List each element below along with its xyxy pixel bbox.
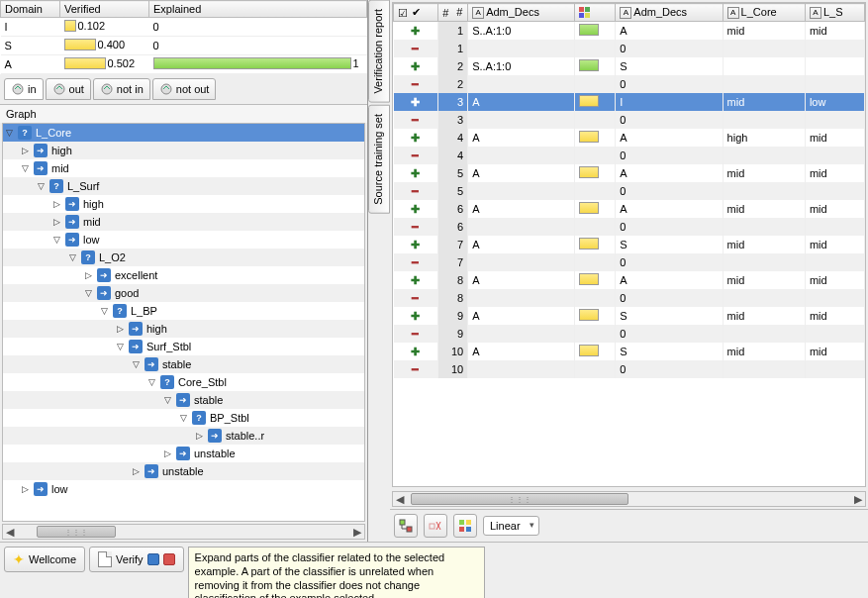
tree-toggle-icon[interactable]: ▷	[50, 216, 63, 229]
tree-toggle-icon[interactable]: ▷	[19, 483, 32, 496]
tree-node[interactable]: ▷➜excellent	[3, 266, 364, 284]
tree-node[interactable]: ▽?BP_Stbl	[3, 409, 364, 427]
red-square-icon[interactable]	[163, 553, 175, 565]
filter-tab-not-in[interactable]: not in	[93, 78, 150, 100]
tree-node[interactable]: ▽➜Surf_Stbl	[3, 338, 364, 355]
scale-combo[interactable]: Linear	[483, 516, 539, 536]
blue-square-icon[interactable]	[147, 553, 159, 565]
expand-icon[interactable]: ━	[394, 218, 438, 236]
expand-icon[interactable]: ✚	[394, 93, 438, 111]
table-row[interactable]: ✚ 5 A A mid mid	[394, 164, 865, 182]
data-hscroll[interactable]: ◀ ⋮⋮⋮ ▶	[392, 491, 866, 507]
tree-expand-button[interactable]	[394, 514, 418, 538]
tree-toggle-icon[interactable]: ▽	[130, 358, 143, 371]
tree-toggle-icon[interactable]: ▽	[3, 127, 16, 140]
tree-node[interactable]: ▽?Core_Stbl	[3, 373, 364, 391]
tree-node[interactable]: ▷➜low	[3, 480, 364, 498]
table-row[interactable]: ━ 1 0	[394, 40, 865, 57]
tree-toggle-icon[interactable]: ▷	[130, 465, 143, 478]
expand-icon[interactable]: ✚	[394, 164, 438, 182]
col-header[interactable]: AAdm_Decs	[468, 4, 575, 22]
expand-icon[interactable]: ✚	[394, 307, 438, 325]
expand-icon[interactable]: ✚	[394, 271, 438, 289]
expand-icon[interactable]: ✚	[394, 236, 438, 253]
tree-toggle-icon[interactable]: ▷	[193, 430, 206, 443]
col-header[interactable]: AAdm_Decs	[616, 4, 723, 22]
graph-tree[interactable]: ▽?L_Core▷➜high▽➜mid▽?L_Surf▷➜high▷➜mid▽➜…	[2, 123, 365, 522]
tree-toggle-icon[interactable]: ▽	[98, 305, 111, 318]
table-row[interactable]: ✚ 2 S..A:1:0 S	[394, 57, 865, 75]
expand-icon[interactable]: ━	[394, 40, 438, 57]
tree-toggle-icon[interactable]: ▷	[161, 448, 174, 460]
scroll-left-icon[interactable]: ◀	[3, 526, 17, 539]
tree-node[interactable]: ▽?L_O2	[3, 249, 364, 266]
tree-toggle-icon[interactable]: ▽	[35, 180, 48, 193]
tree-toggle-icon[interactable]: ▽	[161, 394, 174, 407]
tree-toggle-icon[interactable]: ▽	[177, 412, 190, 425]
table-row[interactable]: ✚ 3 A I mid low	[394, 93, 865, 111]
scroll-thumb[interactable]: ⋮⋮⋮	[411, 493, 628, 505]
table-row[interactable]: ✚ 7 A S mid mid	[394, 236, 865, 253]
tree-node[interactable]: ▽➜stable	[3, 391, 364, 409]
vtab-training[interactable]: Source training set	[368, 105, 390, 214]
filter-tab-in[interactable]: in	[4, 78, 44, 100]
col-header[interactable]: AL_S	[805, 4, 864, 22]
tree-hscroll[interactable]: ◀ ⋮⋮⋮ ▶	[2, 524, 365, 540]
tree-node[interactable]: ▽➜good	[3, 284, 364, 302]
tree-node[interactable]: ▽➜low	[3, 231, 364, 249]
col-header[interactable]: AL_Core	[723, 4, 805, 22]
expand-icon[interactable]: ━	[394, 182, 438, 200]
table-row[interactable]: ━ 6 0	[394, 218, 865, 236]
expand-icon[interactable]: ✚	[394, 22, 438, 41]
tree-node[interactable]: ▽?L_BP	[3, 302, 364, 320]
table-row[interactable]: ━ 2 0	[394, 75, 865, 93]
tree-node[interactable]: ▷➜high	[3, 195, 364, 213]
expand-icon[interactable]: ━	[394, 75, 438, 93]
table-row[interactable]: ✚ 9 A S mid mid	[394, 307, 865, 325]
tree-toggle-icon[interactable]: ▷	[114, 323, 127, 336]
table-row[interactable]: ━ 8 0	[394, 289, 865, 307]
table-row[interactable]: ━ 7 0	[394, 253, 865, 271]
expand-icon[interactable]: ━	[394, 325, 438, 343]
tree-toggle-icon[interactable]: ▽	[19, 162, 32, 175]
tree-node[interactable]: ▷➜unstable	[3, 462, 364, 480]
table-row[interactable]: ━ 4 0	[394, 147, 865, 164]
table-row[interactable]: ✚ 4 A A high mid	[394, 129, 865, 147]
expand-icon[interactable]: ━	[394, 289, 438, 307]
filter-tab-not-out[interactable]: not out	[152, 78, 217, 100]
tree-toggle-icon[interactable]: ▽	[82, 287, 95, 300]
tree-node[interactable]: ▷➜mid	[3, 213, 364, 231]
col-header[interactable]: ☑✔	[394, 4, 438, 22]
tree-node[interactable]: ▷➜high	[3, 320, 364, 338]
tree-node[interactable]: ▷➜high	[3, 142, 364, 159]
expand-icon[interactable]: ━	[394, 147, 438, 164]
vtab-verification[interactable]: Verification report	[368, 0, 390, 103]
scroll-thumb[interactable]: ⋮⋮⋮	[37, 526, 116, 538]
table-row[interactable]: ✚ 6 A A mid mid	[394, 200, 865, 218]
expand-icon[interactable]: ━	[394, 360, 438, 378]
tree-toggle-icon[interactable]: ▽	[66, 251, 79, 264]
tree-node[interactable]: ▷➜stable..r	[3, 427, 364, 445]
scroll-left-icon[interactable]: ◀	[393, 493, 407, 506]
tree-toggle-icon[interactable]: ▽	[50, 234, 63, 247]
tree-node[interactable]: ▷➜unstable	[3, 445, 364, 462]
domain-header[interactable]: Domain	[1, 1, 60, 18]
expand-icon[interactable]: ━	[394, 253, 438, 271]
tree-toggle-icon[interactable]: ▽	[145, 376, 158, 389]
tree-node[interactable]: ▽?L_Core	[3, 124, 364, 142]
tree-toggle-icon[interactable]: ▷	[82, 269, 95, 282]
table-row[interactable]: ━ 5 0	[394, 182, 865, 200]
col-header[interactable]	[575, 4, 616, 22]
tree-collapse-button[interactable]	[424, 514, 447, 538]
expand-icon[interactable]: ✚	[394, 129, 438, 147]
tree-node[interactable]: ▽➜mid	[3, 159, 364, 177]
col-header[interactable]: ##	[438, 4, 468, 22]
expand-icon[interactable]: ✚	[394, 200, 438, 218]
table-row[interactable]: ✚ 8 A A mid mid	[394, 271, 865, 289]
scroll-right-icon[interactable]: ▶	[851, 493, 865, 506]
tree-toggle-icon[interactable]: ▽	[114, 341, 127, 353]
verified-header[interactable]: Verified	[60, 1, 149, 18]
tree-toggle-icon[interactable]: ▷	[19, 145, 32, 157]
scroll-right-icon[interactable]: ▶	[350, 526, 364, 539]
table-row[interactable]: ━ 10 0	[394, 360, 865, 378]
